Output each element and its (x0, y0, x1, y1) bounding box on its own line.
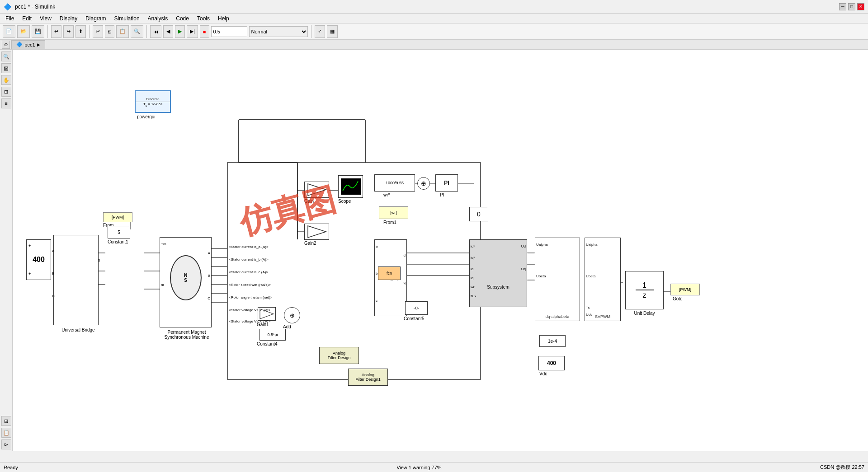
menu-code[interactable]: Code (172, 14, 193, 23)
minimize-button[interactable]: ─ (839, 3, 846, 10)
vdc-block[interactable]: 400 (538, 356, 565, 370)
menu-diagram[interactable]: Diagram (82, 14, 109, 23)
goto-pwm-sublabel: Goto (673, 296, 683, 301)
save-button[interactable]: 💾 (32, 25, 44, 38)
unit-delay-label: Unit Delay (625, 311, 664, 316)
analog-filter1-block[interactable]: AnalogFilter Design1 (348, 369, 388, 386)
gain-block[interactable] (304, 182, 329, 198)
menu-view[interactable]: View (36, 14, 55, 23)
open-button[interactable]: 📂 (17, 25, 30, 38)
sep3 (146, 25, 147, 38)
title-bar-controls[interactable]: ─ □ ✕ (839, 3, 864, 10)
cut-button[interactable]: ✂ (93, 25, 103, 38)
scope-block[interactable] (338, 175, 363, 198)
dq-alphabeta-block[interactable]: Ualpha Ubeta dq-alphabeta (535, 238, 580, 321)
ss-port-iq: iq* (471, 256, 475, 260)
gain2-block[interactable] (304, 224, 329, 240)
add-block[interactable]: ⊕ (284, 307, 300, 323)
menu-help[interactable]: Help (214, 14, 233, 23)
step-forward-button[interactable]: ▶| (187, 25, 198, 38)
dq-ab-title: dq-alphabeta (546, 314, 570, 319)
model-browser-button[interactable]: ⊙ (2, 41, 10, 49)
sum-symbol: ⊕ (421, 180, 426, 187)
time-const-block[interactable]: 1e-4 (539, 335, 566, 347)
constant4-block[interactable]: 0.5*pi (259, 329, 286, 341)
expand-button[interactable]: ⊳ (1, 439, 11, 449)
sep2 (89, 25, 90, 38)
ss-port-id: id* (471, 244, 475, 248)
fcn-block[interactable]: fcn (378, 266, 401, 280)
from1-block[interactable]: [wr] (379, 206, 408, 219)
constant1-block[interactable]: 5 (108, 226, 130, 238)
menu-edit[interactable]: Edit (19, 14, 35, 23)
find-button[interactable]: 🔍 (131, 25, 143, 38)
step-back-button[interactable]: ◀ (163, 25, 173, 38)
ss-title: Subsystem (487, 285, 509, 290)
svpwm-block[interactable]: Ualpha Ubeta Ts Udc SVPWM (585, 238, 621, 321)
stop-button[interactable]: ■ (200, 25, 209, 38)
copy-button[interactable]: ⎘ (105, 25, 114, 38)
sum-block[interactable]: ⊕ (417, 177, 430, 190)
canvas[interactable]: 仿真图 Discrete Ts = 1e-06s powergui + 400 … (13, 50, 868, 451)
powergui-block[interactable]: Discrete Ts = 1e-06s (135, 90, 171, 113)
voltage-source-block[interactable]: + 400 + (26, 239, 51, 280)
subsystem-block[interactable]: id* iq* id iq wr flux Ud Uq Subsystem (469, 239, 527, 307)
paste-button[interactable]: 📋 (116, 25, 129, 38)
grid-button[interactable]: ▦ (327, 25, 338, 38)
menu-simulation[interactable]: Simulation (111, 14, 143, 23)
goto-pwm-label: [PWM] (679, 287, 691, 292)
from1-sublabel: From1 (383, 220, 396, 225)
pmsm-block[interactable]: NS Tm A B C m (160, 237, 212, 327)
constant-zero-value: 0 (477, 210, 481, 218)
zoom-out-button[interactable]: ⊠ (1, 63, 11, 73)
sep1 (47, 25, 48, 38)
ub-port-g: g (98, 258, 100, 262)
tab-pcc1[interactable]: 🔷 pcc1 ▶ (11, 40, 45, 49)
redo-button[interactable]: ↪ (63, 25, 74, 38)
run-button[interactable]: ▶ (175, 25, 185, 38)
tab-label: pcc1 (24, 42, 35, 47)
universal-bridge-label: Universal Bridge (51, 327, 105, 332)
analog-filter1-label: AnalogFilter Design1 (355, 373, 381, 382)
stator-b-label: <Stator current is_b (A)> (229, 257, 269, 262)
model-info-button[interactable]: 📋 (1, 428, 11, 438)
menu-tools[interactable]: Tools (193, 14, 213, 23)
toolbar: 📄 📂 💾 ↩ ↪ ⬆ ✂ ⎘ 📋 🔍 ⏮ ◀ ▶ ▶| ■ Normal Ac… (0, 23, 868, 40)
check-button[interactable]: ✓ (315, 25, 325, 38)
close-button[interactable]: ✕ (857, 3, 864, 10)
zoom-in-button[interactable]: 🔍 (1, 51, 11, 61)
menu-analysis[interactable]: Analysis (144, 14, 172, 23)
new-button[interactable]: 📄 (3, 25, 15, 38)
fcn-label: fcn (387, 271, 392, 276)
pan-button[interactable]: ✋ (1, 75, 11, 85)
window-title: pcc1 * - Simulink (15, 4, 55, 10)
analog-filter-block[interactable]: AnalogFilter Design (319, 347, 359, 364)
menu-display[interactable]: Display (56, 14, 81, 23)
stator-c-label: <Stator current is_c (A)> (229, 270, 268, 274)
menu-file[interactable]: File (2, 14, 18, 23)
status-right: CSDN @数模 22:57 (820, 464, 864, 471)
constant5-block[interactable]: -C- (405, 301, 428, 315)
undo-button[interactable]: ↩ (51, 25, 61, 38)
constant4-value: 0.5*pi (267, 332, 278, 337)
wr-ref-label: wr* (383, 192, 390, 197)
constant-zero-block[interactable]: 0 (469, 207, 488, 221)
wr-ref-block[interactable]: 1000/9.55 (374, 174, 415, 192)
step-time-input[interactable] (211, 26, 247, 37)
add-symbol: ⊕ (290, 312, 295, 319)
select-button[interactable]: ⊞ (1, 87, 11, 97)
run-back-button[interactable]: ⏮ (150, 25, 161, 38)
from-pwm-block[interactable]: [PWM] (103, 212, 132, 222)
universal-bridge-block[interactable]: A B C g (53, 235, 99, 325)
dq-ab-port-ualpha: Ualpha (536, 243, 547, 247)
pi-block[interactable]: PI (435, 174, 458, 192)
goto-pwm-block[interactable]: [PWM] (670, 284, 700, 295)
pmsm-c-label: C (208, 296, 210, 300)
unit-delay-block[interactable]: 1 z (625, 271, 664, 309)
library-button[interactable]: ⊞ (1, 416, 11, 426)
maximize-button[interactable]: □ (848, 3, 855, 10)
simulation-mode-select[interactable]: Normal Accelerator Rapid Accelerator (249, 26, 308, 37)
up-button[interactable]: ⬆ (75, 25, 86, 38)
svpwm-title: SVPWM (595, 314, 610, 319)
connect-button[interactable]: ≡ (1, 98, 11, 108)
